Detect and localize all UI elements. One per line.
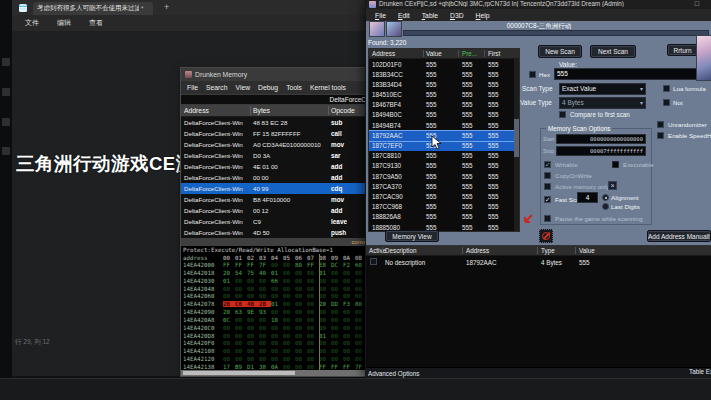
menu-item[interactable]: Search (202, 84, 232, 91)
scan-result-row[interactable]: 187C9A50555555555 (369, 171, 519, 181)
hex-row[interactable]: 14EA42060000000000000000000000000 (183, 293, 370, 301)
disasm-row[interactable]: DeltaForceClient-Win00 00add (181, 172, 370, 183)
disasm-row[interactable]: DeltaForceClient-WinB8 4F010000mov (181, 194, 370, 205)
scan-result-row[interactable]: 102D01F0555555555 (369, 59, 519, 69)
scan-result-row[interactable]: 187CA370555555555 (369, 181, 519, 191)
desktop-icon[interactable] (2, 88, 10, 96)
disasm-row[interactable]: DeltaForceClient-WinC9leave (181, 216, 370, 227)
scan-result-row[interactable]: 187CAC90555555555 (369, 191, 519, 201)
cancel-scan-icon[interactable] (539, 229, 553, 243)
hex-row[interactable]: 14EA420D8000000000000000001000000 (183, 333, 370, 341)
hex-row[interactable]: 14EA420782BC64B2B0100000020DDF380 (183, 301, 370, 309)
disasm-row[interactable]: DeltaForceClient-Win48 83 EC 28sub (181, 117, 370, 128)
active-memory-checkbox[interactable] (544, 183, 551, 190)
memory-view-button[interactable]: Memory View (385, 230, 439, 242)
scan-result-row[interactable]: 184510EC555555555 (369, 90, 519, 100)
results-scrollbar[interactable] (514, 59, 519, 231)
disasm-row[interactable]: DeltaForceClient-Win40 99cdq (181, 183, 370, 194)
scan-result-row[interactable]: 188826A8555555555 (369, 212, 519, 222)
menu-item[interactable]: Help (470, 12, 496, 19)
hex-row[interactable]: 14EA42120000000000000000000000000 (183, 356, 370, 364)
hex-row[interactable]: 14EA42108000000000000000000000000 (183, 348, 370, 356)
x-mark-box[interactable]: × (608, 181, 617, 190)
return-button[interactable]: Rrturn (667, 44, 698, 56)
next-scan-button[interactable]: Next Scan (590, 45, 636, 58)
scan-result-row[interactable]: 183B34CC555555555 (369, 69, 519, 79)
scan-start-input[interactable]: 0000000000000000 (556, 134, 646, 144)
new-tab-button[interactable]: + (164, 2, 169, 12)
menu-item[interactable]: File (369, 12, 392, 19)
fast-scan-checkbox[interactable] (544, 196, 551, 203)
scan-result-row[interactable]: 187C8810555555555 (369, 151, 519, 161)
disasm-row[interactable]: DeltaForceClient-WinD0 3Asar (181, 150, 370, 161)
menu-item[interactable]: Debug (254, 84, 282, 91)
menu-item[interactable]: Tools (282, 84, 306, 91)
add-address-button[interactable]: Add Address Manually (647, 230, 711, 242)
disasm-row[interactable]: DeltaForceClient-Win4E 01 00add (181, 161, 370, 172)
desktop-icon[interactable] (2, 58, 10, 66)
cheat-table-header[interactable]: Active Description Address Type Value (366, 246, 711, 256)
hex-row[interactable]: 14EA42030010000006600000000000000 (183, 278, 370, 286)
menu-item[interactable]: Kernel tools (306, 84, 350, 91)
new-scan-button[interactable]: New Scan (538, 45, 582, 58)
hex-row[interactable]: 14EA42048000000000000000000000000 (183, 286, 370, 294)
drunken-memory-title-bar[interactable]: Drunken Memory (181, 68, 370, 81)
hex-row[interactable]: 14EA4209020639E930000000000000000 (183, 309, 370, 317)
maximize-button[interactable]: □ (695, 0, 699, 7)
module-field[interactable]: DeltaForceC (181, 94, 370, 105)
disasm-row[interactable]: DeltaForceClient-Win4D 50push (181, 227, 370, 238)
menu-item[interactable]: View (232, 84, 255, 91)
scrollbar-thumb[interactable] (514, 119, 519, 157)
notepad-tab[interactable]: 考虑到有很多人可能不会使用来过滤 * (33, 2, 153, 15)
active-checkbox[interactable] (370, 258, 377, 265)
executable-checkbox[interactable] (612, 161, 619, 168)
menu-item[interactable]: Edit (392, 12, 416, 19)
last-digits-radio[interactable] (602, 203, 609, 210)
hex-dump-panel[interactable]: Protect:Execute/Read/Write AllocationBas… (181, 246, 370, 372)
hex-row[interactable]: 14EA420C0000000000000000000000000 (183, 325, 370, 333)
menu-item[interactable]: 编辑 (48, 18, 80, 28)
scan-result-row[interactable]: 183B34D4555555555 (369, 79, 519, 89)
table-extras-label[interactable]: Table Extras (689, 368, 711, 375)
desktop-icon[interactable] (2, 118, 10, 126)
speedhack-checkbox[interactable] (657, 132, 664, 139)
scan-results-list[interactable]: Address Value Pre... First 102D01F055555… (368, 48, 520, 232)
fast-scan-value-input[interactable]: 4 (577, 192, 598, 203)
cheat-table-row[interactable]: No description18792AAC4 Bytes555 (366, 256, 711, 268)
writable-checkbox[interactable] (544, 161, 551, 168)
advanced-options-label[interactable]: Advanced Options (368, 370, 419, 377)
menu-item[interactable]: Table (416, 12, 444, 19)
copyonwrite-checkbox[interactable] (544, 172, 551, 179)
column-divider[interactable] (328, 106, 329, 115)
menu-item[interactable]: 文件 (16, 18, 48, 28)
scan-result-row[interactable]: 187CC968555555555 (369, 202, 519, 212)
hex-row[interactable]: 14EA42018205475400100000001000000 (183, 270, 370, 278)
disasm-row[interactable]: DeltaForceClient-Win00 12add (181, 205, 370, 216)
unrandomizer-checkbox[interactable] (657, 121, 664, 128)
scan-result-row[interactable]: 18494B0C555555555 (369, 110, 519, 120)
not-checkbox[interactable] (663, 99, 670, 106)
value-input[interactable]: 555 (554, 68, 701, 80)
hex-row[interactable]: 14EA420F0000000000000000000000000 (183, 340, 370, 348)
disasm-header[interactable]: Address Bytes Opcode (181, 105, 370, 117)
scan-stop-input[interactable]: 00007fffffffffff (556, 146, 646, 156)
cheat-table[interactable]: Active Description Address Type Value No… (366, 245, 711, 368)
pause-game-checkbox[interactable] (544, 215, 551, 222)
column-divider[interactable] (250, 106, 251, 115)
desktop-icon[interactable] (2, 147, 10, 155)
scan-result-row[interactable]: 18494B74555555555 (369, 120, 519, 130)
hex-row[interactable]: 14EA42000FFFFFF7F000080FFE8DCF260 (183, 262, 370, 270)
scan-result-row[interactable]: 187C7EF0555555555 (369, 141, 519, 151)
hex-checkbox[interactable] (529, 71, 536, 78)
scan-result-row[interactable]: 18792AAC555555555 (369, 130, 519, 140)
scan-type-dropdown[interactable]: Exact Value ▾ (559, 83, 646, 95)
lua-formula-checkbox[interactable] (663, 85, 670, 92)
scrollbar-thumb[interactable] (183, 371, 295, 375)
scan-result-row[interactable]: 18467BF4555555555 (369, 100, 519, 110)
alignment-radio[interactable] (602, 194, 609, 201)
cheat-engine-title-bar[interactable]: Drunken CExPjjC,sd +qhjbCNgi 3MC,rpCN73d… (366, 0, 711, 9)
menu-item[interactable]: File (183, 84, 202, 91)
results-header[interactable]: Address Value Pre... First (369, 49, 519, 59)
menu-item[interactable]: D3D (444, 12, 470, 19)
compare-first-checkbox[interactable] (559, 111, 566, 118)
